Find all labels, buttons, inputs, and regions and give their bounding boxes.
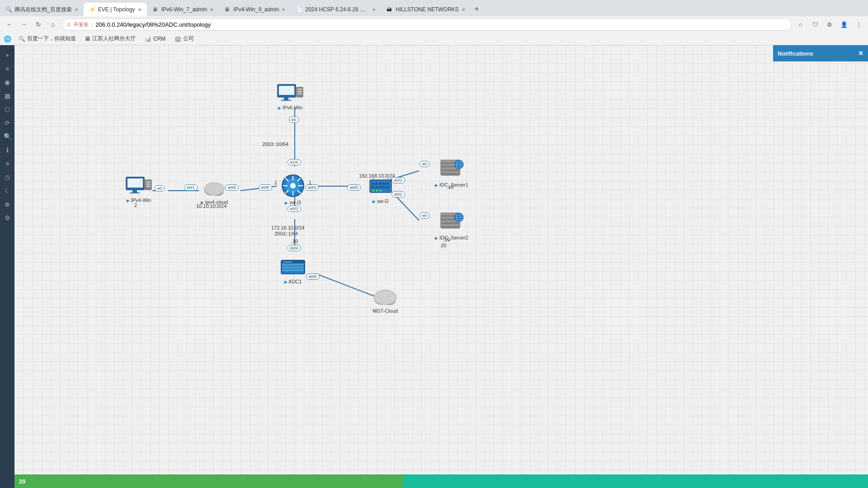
svg-rect-11 bbox=[279, 86, 294, 95]
net-label-2003-1: 2003::1/64 bbox=[274, 231, 298, 236]
tab-hillstone[interactable]: 🏔 HILLSTONE NETWORKS ✕ bbox=[381, 3, 470, 16]
svg-rect-44 bbox=[375, 183, 378, 185]
idc-server2-icon bbox=[439, 210, 464, 234]
tab-close-ipv6[interactable]: ✕ bbox=[210, 7, 213, 12]
node-ipv6-win[interactable]: ▶ IPv6-Win bbox=[277, 84, 304, 110]
bookmark-icon-crm: 📊 bbox=[145, 36, 151, 42]
back-button[interactable]: ← bbox=[4, 19, 15, 30]
svg-rect-13 bbox=[281, 100, 291, 101]
node-mgt-cloud[interactable]: MGT-Cloud bbox=[372, 287, 399, 314]
svg-rect-32 bbox=[130, 192, 140, 193]
tab-favicon-hillstone: 🏔 bbox=[387, 6, 393, 13]
sw-l3-play[interactable]: ▶ bbox=[285, 201, 288, 205]
tab-close-hcsp[interactable]: ✕ bbox=[372, 7, 376, 12]
tab-close-search[interactable]: ✕ bbox=[75, 7, 78, 12]
sidebar-icon-grid[interactable]: ▦ bbox=[1, 89, 14, 102]
sidebar-icon-list[interactable]: ≡ bbox=[1, 157, 14, 170]
iface-e0-1-swl3-bot: e0/1 bbox=[288, 206, 301, 212]
svg-rect-12 bbox=[284, 97, 288, 100]
node-adc1[interactable]: ▶ ADC1 bbox=[280, 258, 306, 284]
bookmark-label-baidu: 百度一下，你就知道 bbox=[27, 35, 76, 42]
sidebar-icon-settings[interactable]: ⚙ bbox=[1, 211, 14, 224]
net-label-172: 172.16.10.0/24 bbox=[271, 225, 304, 230]
extension-btn-1[interactable]: 🛡 bbox=[809, 19, 821, 30]
profile-btn[interactable]: 👤 bbox=[838, 19, 850, 30]
address-bar-row: ← → ↻ ⌂ ⚠ 不安全 | ☆ 🛡 ⚙ 👤 ⋮ bbox=[0, 16, 868, 33]
svg-rect-16 bbox=[297, 91, 302, 92]
menu-btn[interactable]: ⋮ bbox=[853, 19, 864, 30]
sidebar-icon-night[interactable]: ☾ bbox=[1, 184, 14, 197]
svg-rect-31 bbox=[132, 190, 137, 192]
node-sw-l2[interactable]: ▶ sw-l2 bbox=[369, 176, 392, 204]
ipv4-win-label: ▶ IPv4-Win bbox=[127, 197, 151, 203]
adc1-text: ADC1 bbox=[288, 279, 302, 284]
svg-rect-72 bbox=[441, 224, 460, 226]
node-ipv4-cloud[interactable]: ▶ ipv4-cloud bbox=[201, 180, 228, 205]
svg-rect-82 bbox=[282, 269, 304, 271]
bookmark-jiangsu[interactable]: 🏛 江苏人社网办大厅 bbox=[81, 34, 139, 43]
bookmark-icon-baidu: 🔍 bbox=[19, 36, 25, 42]
tab-hcsp[interactable]: 📄 2024 HCSP 6.24-6.28 在线_夏... ✕ bbox=[291, 3, 381, 16]
net-label-10-10: 10.10.10.0/24 bbox=[196, 203, 226, 209]
bookmark-baidu[interactable]: 🔍 百度一下，你就知道 bbox=[15, 34, 80, 43]
iface-e0-0-swl2-left: e0/0 bbox=[347, 184, 361, 191]
extension-btn-2[interactable]: ⚙ bbox=[824, 19, 835, 30]
tab-close-eve[interactable]: ✕ bbox=[138, 7, 142, 12]
iface-e0-1-swl2-top: e0/1 bbox=[392, 177, 405, 183]
sidebar-icon-hex[interactable]: ⬡ bbox=[1, 103, 14, 116]
bookmark-label-company: 公司 bbox=[183, 35, 194, 42]
tab-label-search: 腾讯在线文档_百度搜索 bbox=[14, 6, 72, 14]
node-idc-server2[interactable]: ▶ IDC_Server2 bbox=[435, 210, 468, 240]
ipv4-win-play[interactable]: ▶ bbox=[127, 198, 130, 203]
sidebar-icon-history[interactable]: ◷ bbox=[1, 171, 14, 183]
left-sidebar: + ≡ ◉ ▦ ⬡ ⟳ 🔍 ℹ ≡ ◷ ☾ ⊕ ⚙ bbox=[0, 45, 14, 488]
adc1-play[interactable]: ▶ bbox=[284, 280, 288, 284]
adc1-icon bbox=[280, 258, 306, 278]
adc1-label: ▶ ADC1 bbox=[284, 279, 302, 284]
svg-point-41 bbox=[204, 183, 224, 195]
tab-eve[interactable]: ⚡ EVE | Topology ✕ bbox=[84, 3, 147, 16]
reload-button[interactable]: ↻ bbox=[33, 19, 44, 30]
sidebar-icon-add2[interactable]: ⊕ bbox=[1, 198, 14, 211]
node-sw-l3[interactable]: ▶ sw-l3 bbox=[281, 174, 305, 205]
sidebar-icon-circle[interactable]: ◉ bbox=[1, 76, 14, 89]
bookmark-button[interactable]: ☆ bbox=[795, 19, 807, 30]
tab-ipv6-win[interactable]: 🖥 IPv6-Win_7_admin ✕ bbox=[147, 3, 219, 16]
tab-close-hillstone[interactable]: ✕ bbox=[462, 7, 465, 12]
sidebar-icon-refresh[interactable]: ⟳ bbox=[1, 117, 14, 129]
notifications-close-button[interactable]: ✕ bbox=[858, 50, 863, 57]
sidebar-icon-info[interactable]: ℹ bbox=[1, 144, 14, 156]
iface-e0-0-cloud-right: e0/0 bbox=[225, 184, 239, 191]
address-input[interactable] bbox=[95, 21, 787, 28]
svg-rect-45 bbox=[379, 183, 382, 185]
sidebar-icon-search[interactable]: 🔍 bbox=[1, 130, 14, 143]
svg-rect-49 bbox=[375, 186, 378, 188]
bookmark-crm[interactable]: 📊 CRM bbox=[141, 35, 169, 43]
home-button[interactable]: ⌂ bbox=[47, 19, 59, 30]
tab-close-ipv4[interactable]: ✕ bbox=[282, 7, 285, 12]
bookmark-label-crm: CRM bbox=[153, 36, 165, 42]
new-tab-button[interactable]: + bbox=[471, 3, 483, 15]
idc-server2-play[interactable]: ▶ bbox=[435, 236, 438, 240]
tab-ipv4-win[interactable]: 🖥 IPv4-Win_9_admin ✕ bbox=[219, 3, 291, 16]
tab-label-hcsp: 2024 HCSP 6.24-6.28 在线_夏... bbox=[305, 6, 369, 14]
sw-l3-label: ▶ sw-l3 bbox=[285, 200, 301, 205]
node-idc-server1[interactable]: ▶ IDC_Server1 bbox=[435, 157, 468, 188]
node-ipv4-win[interactable]: ▶ IPv4-Win bbox=[125, 176, 152, 203]
svg-point-54 bbox=[376, 190, 378, 192]
bookmark-company[interactable]: 🏢 公司 bbox=[171, 34, 198, 43]
iface-e0-2-swl2-bot: e0/2 bbox=[392, 191, 405, 197]
idc-server1-play[interactable]: ▶ bbox=[435, 183, 438, 188]
address-separator: | bbox=[91, 21, 93, 28]
tab-favicon-ipv4: 🖥 bbox=[224, 6, 231, 13]
sw-l2-play[interactable]: ▶ bbox=[373, 199, 376, 204]
forward-button[interactable]: → bbox=[18, 19, 30, 30]
sidebar-icon-menu[interactable]: ≡ bbox=[1, 62, 14, 75]
sidebar-icon-add[interactable]: + bbox=[1, 49, 14, 61]
ipv6-win-play[interactable]: ▶ bbox=[278, 106, 281, 110]
tab-label-hillstone: HILLSTONE NETWORKS bbox=[396, 6, 458, 13]
notifications-title: Notifications bbox=[778, 50, 813, 57]
ipv6-win-label: ▶ IPv6-Win bbox=[278, 105, 303, 110]
ipv4-cloud-icon bbox=[202, 180, 227, 198]
tab-search[interactable]: 🔍 腾讯在线文档_百度搜索 ✕ bbox=[0, 3, 84, 16]
